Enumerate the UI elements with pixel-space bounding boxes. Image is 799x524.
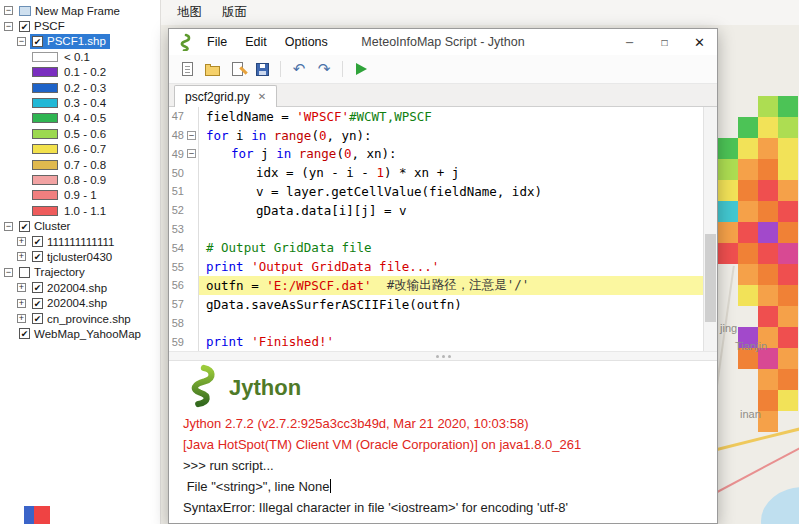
scrollbar-thumb[interactable]	[705, 234, 716, 322]
code-line[interactable]: 56outfn = 'E:/WPSCF.dat' #改输出路径，注意是'/'	[169, 276, 717, 295]
expander-plus-icon[interactable]: +	[17, 252, 26, 261]
titlebar[interactable]: File Edit Options MeteoInfoMap Script - …	[169, 29, 717, 55]
expander-plus-icon[interactable]: +	[17, 299, 26, 308]
code-text[interactable]	[199, 313, 717, 332]
layer-checkbox[interactable]: ✔	[19, 328, 30, 339]
tree-node[interactable]: −✔PSCF	[0, 18, 160, 33]
legend-item[interactable]: 0.6 - 0.7	[0, 142, 160, 157]
code-line[interactable]: 58	[169, 313, 717, 332]
code-text[interactable]: outfn = 'E:/WPSCF.dat' #改输出路径，注意是'/'	[199, 276, 717, 295]
menu-edit[interactable]: Edit	[236, 31, 276, 53]
tree-node[interactable]: −✔Cluster	[0, 218, 160, 233]
save-button[interactable]	[253, 60, 271, 78]
layer-checkbox[interactable]: ✔	[32, 251, 43, 262]
tree-node[interactable]: +✔202004.shp	[0, 295, 160, 310]
code-text[interactable]: fieldName = 'WPSCF'#WCWT,WPSCF	[199, 107, 717, 126]
tab-close-icon[interactable]: ✕	[258, 91, 266, 102]
menu-map[interactable]: 地图	[167, 1, 212, 24]
code-line[interactable]: 47fieldName = 'WPSCF'#WCWT,WPSCF	[169, 107, 717, 126]
code-token: 1	[376, 165, 384, 180]
legend-item[interactable]: 0.3 - 0.4	[0, 95, 160, 110]
console[interactable]: Jython Jython 2.7.2 (v2.7.2:925a3cc3b49d…	[169, 361, 717, 523]
code-text[interactable]: v = layer.getCellValue(fieldName, idx)	[199, 182, 717, 201]
legend-item[interactable]: < 0.1	[0, 49, 160, 64]
close-button[interactable]: ✕	[682, 29, 717, 55]
tree-node[interactable]: ✔WebMap_YahooMap	[0, 326, 160, 341]
tab-pscf2grid[interactable]: pscf2grid.py ✕	[174, 85, 277, 107]
legend-item[interactable]: 0.5 - 0.6	[0, 126, 160, 141]
new-file-button[interactable]	[178, 60, 196, 78]
expander-minus-icon[interactable]: −	[4, 22, 13, 31]
code-line[interactable]: 59print 'Finished!'	[169, 332, 717, 351]
code-text[interactable]: print 'Output GridData file...'	[199, 257, 717, 276]
maximize-button[interactable]: □	[647, 29, 682, 55]
legend-item[interactable]: 0.4 - 0.5	[0, 111, 160, 126]
tree-node[interactable]: +✔tjcluster0430	[0, 249, 160, 264]
layer-checkbox[interactable]: ✔	[32, 313, 43, 324]
code-line[interactable]: 54# Output GridData file	[169, 238, 717, 257]
menu-file[interactable]: File	[198, 31, 236, 53]
layer-checkbox[interactable]: ✔	[32, 282, 43, 293]
layer-checkbox[interactable]: ✔	[32, 36, 43, 47]
fold-slot: −	[186, 131, 197, 140]
redo-button[interactable]: ↷	[315, 60, 333, 78]
legend-item[interactable]: 0.9 - 1	[0, 188, 160, 203]
code-line[interactable]: 55print 'Output GridData file...'	[169, 257, 717, 276]
splitter-dot	[448, 355, 451, 358]
code-text[interactable]: gData.data[i][j] = v	[199, 201, 717, 220]
expander-minus-icon[interactable]: −	[4, 6, 13, 15]
editor-scrollbar[interactable]	[703, 107, 717, 351]
layer-checkbox[interactable]: ✔	[32, 236, 43, 247]
legend-item[interactable]: 0.7 - 0.8	[0, 157, 160, 172]
save-as-button[interactable]	[228, 60, 246, 78]
tree-node[interactable]: +✔cn_province.shp	[0, 311, 160, 326]
code-line[interactable]: 49−for j in range(0, xn):	[169, 145, 717, 164]
layer-checkbox[interactable]: ✔	[32, 298, 43, 309]
code-text[interactable]: print 'Finished!'	[199, 332, 717, 351]
code-line[interactable]: 57gData.saveAsSurferASCIIFile(outfn)	[169, 295, 717, 314]
layer-checkbox[interactable]: ✔	[19, 221, 30, 232]
legend-item[interactable]: 1.0 - 1.1	[0, 203, 160, 218]
tree-node[interactable]: −New Map Frame	[0, 3, 160, 18]
editor-gutter: 57	[169, 295, 199, 314]
expander-minus-icon[interactable]: −	[4, 268, 13, 277]
code-editor[interactable]: 47fieldName = 'WPSCF'#WCWT,WPSCF48−for i…	[169, 107, 717, 351]
pscf-grid-cell	[718, 243, 738, 264]
code-line[interactable]: 48−for i in range(0, yn):	[169, 126, 717, 145]
code-line[interactable]: 51v = layer.getCellValue(fieldName, idx)	[169, 182, 717, 201]
splitter[interactable]	[169, 351, 717, 361]
undo-button[interactable]: ↶	[290, 60, 308, 78]
fold-minus-icon[interactable]: −	[187, 149, 196, 158]
layer-checkbox[interactable]: ✔	[19, 21, 30, 32]
expander-minus-icon[interactable]: −	[4, 222, 13, 231]
code-text[interactable]: idx = (yn - i - 1) * xn + j	[199, 163, 717, 182]
run-button[interactable]	[352, 60, 370, 78]
tree-node[interactable]: +✔202004.shp	[0, 280, 160, 295]
layer-checkbox[interactable]	[19, 267, 30, 278]
tree-node[interactable]: −✔PSCF1.shp	[0, 34, 160, 49]
minimize-button[interactable]: ─	[612, 29, 647, 55]
expander-plus-icon[interactable]: +	[17, 237, 26, 246]
legend-swatch	[32, 206, 58, 216]
expander-plus-icon[interactable]: +	[17, 314, 26, 323]
code-line[interactable]: 53	[169, 220, 717, 239]
tree-node[interactable]: −Trajectory	[0, 265, 160, 280]
code-text[interactable]: for i in range(0, yn):	[199, 126, 717, 145]
expander-minus-icon[interactable]: −	[17, 37, 26, 46]
jython-logo-text: Jython	[229, 375, 301, 401]
expander-plus-icon[interactable]: +	[17, 283, 26, 292]
fold-minus-icon[interactable]: −	[187, 131, 196, 140]
code-line[interactable]: 52gData.data[i][j] = v	[169, 201, 717, 220]
code-text[interactable]: gData.saveAsSurferASCIIFile(outfn)	[199, 295, 717, 314]
open-file-button[interactable]	[203, 60, 221, 78]
code-line[interactable]: 50idx = (yn - i - 1) * xn + j	[169, 163, 717, 182]
legend-item[interactable]: 0.8 - 0.9	[0, 172, 160, 187]
legend-item[interactable]: 0.2 - 0.3	[0, 80, 160, 95]
tree-node[interactable]: +✔111111111111	[0, 234, 160, 249]
legend-item[interactable]: 0.1 - 0.2	[0, 65, 160, 80]
menu-layout[interactable]: 版面	[212, 1, 257, 24]
code-text[interactable]: # Output GridData file	[199, 238, 717, 257]
menu-options[interactable]: Options	[276, 31, 337, 53]
code-text[interactable]: for j in range(0, xn):	[199, 145, 717, 164]
code-text[interactable]	[199, 220, 717, 239]
